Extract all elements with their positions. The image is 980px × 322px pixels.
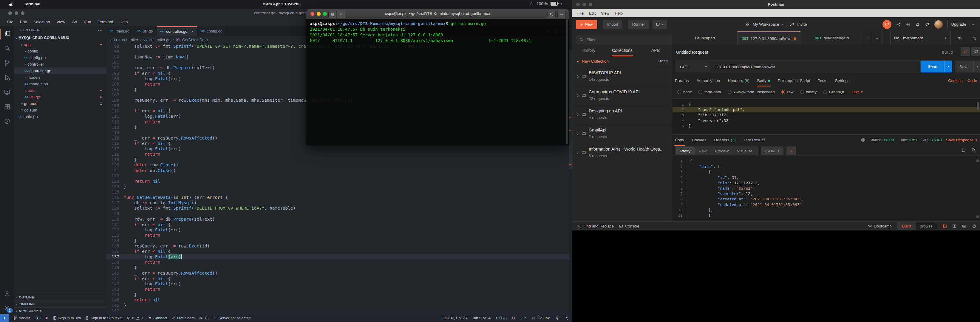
save-response-button[interactable]: Save Response▼ xyxy=(946,138,978,142)
code-line-122[interactable]: 122 xyxy=(106,173,569,179)
tree-item-go.sum[interactable]: ≡go.sum xyxy=(14,107,106,113)
activity-search-icon[interactable] xyxy=(0,43,14,53)
status-item-ln-137-col-23[interactable]: Ln 137, Col 23 xyxy=(442,316,467,320)
chevron-right-icon[interactable] xyxy=(576,132,580,136)
heart-icon[interactable] xyxy=(925,22,930,27)
code-link[interactable]: Code xyxy=(967,78,977,83)
status-item-live-share[interactable]: Live Share xyxy=(172,316,195,320)
tree-item-main.go[interactable]: GOmain.go xyxy=(14,113,106,120)
menu-item-selection[interactable]: Selection xyxy=(31,19,53,25)
request-tab[interactable]: GETgetMessageId xyxy=(800,31,863,45)
tab-options-button[interactable]: ⋯ xyxy=(873,31,883,45)
tree-item-util.go[interactable]: GOutil.go6 xyxy=(14,94,106,100)
code-line-129[interactable]: 129 xyxy=(106,211,569,216)
code-line-119[interactable]: 119 } xyxy=(106,157,569,162)
save-button[interactable]: Save▼ xyxy=(955,60,980,73)
remote-indicator[interactable] xyxy=(0,314,9,322)
menu-item-terminal[interactable]: Terminal xyxy=(95,19,115,25)
activity-branch-icon[interactable] xyxy=(0,58,14,68)
terminal-window-controls[interactable] xyxy=(310,12,327,16)
tree-item-models.go[interactable]: GOmodels.go xyxy=(14,81,106,87)
request-body-line[interactable]: 5} xyxy=(673,124,980,129)
status-item-sign-in-to-jira[interactable]: Sign in to Jira xyxy=(53,316,81,320)
view-visualize[interactable]: Visualize xyxy=(733,147,757,154)
status-item-1-0-[interactable]: 1↓ 0↑ xyxy=(34,316,49,320)
response-body-line[interactable]: 1│ { xyxy=(673,159,980,164)
shortcuts-icon[interactable] xyxy=(962,224,967,228)
status-item-tab-size-4[interactable]: Tab Size: 4 xyxy=(472,316,491,320)
copy-response-icon[interactable] xyxy=(961,148,966,152)
section-npm-scripts[interactable]: ›NPM SCRIPTS xyxy=(14,308,106,314)
request-tab-authorization[interactable]: Authorization xyxy=(697,75,720,86)
postman-window-controls[interactable] xyxy=(576,3,592,6)
request-body-editor[interactable]: 1{2 "nama":"metode put",3 "nim":171717,4… xyxy=(673,99,980,135)
code-line-127[interactable]: 127 db := config.InitMysql() xyxy=(106,200,569,205)
body-mode-raw[interactable]: raw xyxy=(781,90,794,94)
response-tab-cookies[interactable]: Cookies xyxy=(692,134,706,146)
code-line-136[interactable]: 136 if err ≠ nil { xyxy=(106,249,569,254)
status-item-info[interactable] xyxy=(205,316,209,320)
postman-menu-file[interactable]: File xyxy=(575,10,586,16)
response-body-line[interactable]: 10│ }, xyxy=(673,208,980,213)
vscode-window-controls[interactable] xyxy=(8,11,24,15)
code-line-147[interactable]: 147 xyxy=(106,308,569,313)
response-body-line[interactable]: 5│ "nim": 1212121212, xyxy=(673,180,980,186)
activity-settings-icon[interactable]: 1 xyxy=(0,303,14,313)
code-line-141[interactable]: 141 if err ≠ nil { xyxy=(106,276,569,281)
activity-debug-icon[interactable] xyxy=(0,73,14,82)
filter-input[interactable] xyxy=(586,37,659,42)
menu-item-run[interactable]: Run xyxy=(81,19,94,25)
request-tab-settings[interactable]: Settings xyxy=(835,75,850,86)
collection-item[interactable]: Designing an API4 requests xyxy=(572,105,673,124)
breadcrumb-item[interactable]: controller.go xyxy=(150,38,170,42)
view-pretty[interactable]: Pretty xyxy=(676,147,695,154)
code-line-145[interactable]: 145 return nil xyxy=(106,297,569,303)
response-language-select[interactable]: JSON▼ xyxy=(761,146,783,155)
request-tab-pre-request-script[interactable]: Pre-request Script xyxy=(778,75,810,86)
chevron-right-icon[interactable] xyxy=(576,151,580,155)
sync-status-button[interactable] xyxy=(883,20,891,29)
body-mode-binary[interactable]: binary xyxy=(800,90,816,94)
status-item-1[interactable]: 1 xyxy=(136,316,143,320)
notifications-bell-icon[interactable] xyxy=(915,22,920,27)
code-line-125[interactable]: 125 xyxy=(106,189,569,195)
tree-item-controller[interactable]: ∨controller xyxy=(14,61,106,67)
postman-menu-help[interactable]: Help xyxy=(612,10,625,16)
code-line-144[interactable]: 144 } xyxy=(106,292,569,297)
body-mode-GraphQL[interactable]: GraphQL xyxy=(823,90,845,94)
interceptor-icon[interactable] xyxy=(896,22,901,27)
code-line-146[interactable]: 146} xyxy=(106,303,569,308)
menu-item-view[interactable]: View xyxy=(54,19,68,25)
environment-settings-icon[interactable] xyxy=(969,31,980,45)
new-button[interactable]: +New xyxy=(576,20,597,29)
response-scroll-mark[interactable] xyxy=(977,160,979,162)
request-body-line[interactable]: 3 "nim":171717, xyxy=(673,113,980,118)
postman-menu-view[interactable]: View xyxy=(598,10,612,16)
collection-item[interactable]: Coronavirus COVID19 API22 requests xyxy=(572,86,673,105)
request-tab[interactable]: GET127.0.01:8080/api/v1/mahasis... xyxy=(738,31,800,45)
tree-item-controller.go[interactable]: GOcontroller.go xyxy=(14,67,106,74)
code-line-140[interactable]: 140 _, err = resQuery.RowsAffected() xyxy=(106,270,569,276)
search-response-icon[interactable] xyxy=(971,148,976,152)
collection-item[interactable]: GmailApi2 requests xyxy=(572,124,673,143)
editor-overview-ruler[interactable] xyxy=(569,44,572,314)
code-line-126[interactable]: 126func GetDeleteData(id int) (err error… xyxy=(106,195,569,200)
activity-monitor-icon[interactable] xyxy=(0,87,14,97)
editor-tab-config.go[interactable]: GOconfig.go xyxy=(197,26,226,36)
send-button[interactable]: Send▼ xyxy=(921,60,952,73)
chevron-right-icon[interactable] xyxy=(576,74,580,79)
editor-tab-util.go[interactable]: GOutil.go xyxy=(133,26,157,36)
code-line-139[interactable]: 139 } xyxy=(106,265,569,270)
code-line-137[interactable]: 137 log.Fatal(err) xyxy=(106,254,569,259)
console-button[interactable]: Console xyxy=(619,224,640,228)
response-body-line[interactable]: 11│ { xyxy=(673,213,980,218)
status-item-utf-8[interactable]: UTF-8 xyxy=(496,316,506,320)
postman-title-bar[interactable]: Postman xyxy=(572,0,980,9)
status-item-6[interactable]: 6 xyxy=(127,316,134,320)
terminal-scrollbar[interactable] xyxy=(566,19,568,144)
view-preview[interactable]: Preview xyxy=(711,147,733,154)
status-item-server-not-selected[interactable]: Server not selected xyxy=(213,316,251,320)
activity-clock-icon[interactable] xyxy=(0,116,14,127)
explorer-more-icon[interactable]: ⋯ xyxy=(98,27,103,33)
import-button[interactable]: Import xyxy=(603,20,622,29)
